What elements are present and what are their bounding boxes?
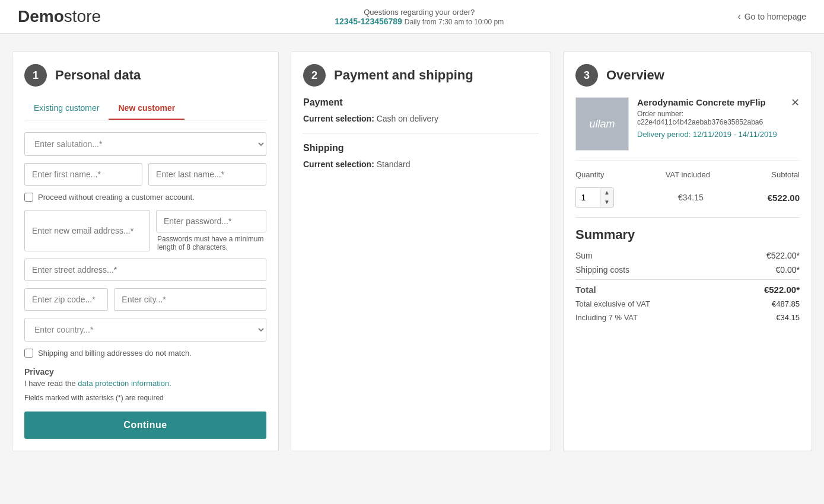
sum-value: €522.00* xyxy=(766,251,800,260)
overview-section: 3 Overview ullam Aerodynamic Concrete my… xyxy=(563,52,812,451)
summary-sum-line: Sum €522.00* xyxy=(575,251,800,260)
remove-product-button[interactable]: ✕ xyxy=(791,97,800,108)
personal-data-title: Personal data xyxy=(55,68,141,83)
order-number: Order number: c22e4d411c4b42aebab376e358… xyxy=(637,110,800,126)
personal-data-section: 1 Personal data Existing customer New cu… xyxy=(12,52,279,451)
no-account-checkbox[interactable] xyxy=(24,193,33,202)
payment-shipping-header: 2 Payment and shipping xyxy=(303,64,539,87)
no-account-row: Proceed without creating a customer acco… xyxy=(24,193,266,202)
email-input[interactable] xyxy=(24,210,150,251)
vat-amount: €34.15 xyxy=(678,193,704,202)
stepper-up-button[interactable]: ▲ xyxy=(600,188,613,197)
street-group xyxy=(24,259,266,281)
contact-phone[interactable]: 12345-123456789 xyxy=(335,17,402,26)
country-select[interactable]: Enter country...* xyxy=(24,318,266,342)
contact-label: Questions regarding your order? xyxy=(335,8,504,17)
payment-heading: Payment xyxy=(303,97,539,108)
salutation-group: Enter salutation...* xyxy=(24,132,266,156)
first-name-input[interactable] xyxy=(24,163,142,186)
privacy-section: Privacy I have read the data protection … xyxy=(24,367,266,388)
sum-label: Sum xyxy=(575,251,593,260)
country-group: Enter country...* xyxy=(24,318,266,342)
incl-vat-value: €34.15 xyxy=(776,313,800,322)
delivery-period: Delivery period: 12/11/2019 - 14/11/2019 xyxy=(637,130,800,139)
col-quantity-header: Quantity xyxy=(575,170,604,179)
name-row xyxy=(24,163,266,186)
shipping-value: Standard xyxy=(377,160,411,169)
contact-hours: Daily from 7:30 am to 10:00 pm xyxy=(405,18,504,26)
product-info: Aerodynamic Concrete myFlip Order number… xyxy=(637,97,800,151)
subtotal-value: €522.00 xyxy=(768,193,800,203)
go-home-link[interactable]: ‹ Go to homepage xyxy=(737,11,806,22)
personal-data-header: 1 Personal data xyxy=(24,64,266,87)
contact-info: Questions regarding your order? 12345-12… xyxy=(335,8,504,26)
zip-city-row xyxy=(24,288,266,311)
main-content: 1 Personal data Existing customer New cu… xyxy=(0,34,824,469)
col-vat-header: VAT included xyxy=(666,170,710,179)
payment-shipping-section: 2 Payment and shipping Payment Current s… xyxy=(291,52,551,451)
payment-shipping-title: Payment and shipping xyxy=(334,68,473,83)
tab-new-customer[interactable]: New customer xyxy=(109,97,184,120)
summary-incl-vat-line: Including 7 % VAT €34.15 xyxy=(575,313,800,322)
total-value: €522.00* xyxy=(764,285,800,295)
shipping-subsection: Shipping Current selection: Standard xyxy=(303,143,539,178)
continue-button[interactable]: Continue xyxy=(24,412,266,439)
step-1-circle: 1 xyxy=(24,64,47,87)
summary-section: Summary Sum €522.00* Shipping costs €0.0… xyxy=(575,227,800,322)
excl-vat-label: Total exclusive of VAT xyxy=(575,299,650,308)
no-account-label: Proceed without creating a customer acco… xyxy=(38,193,195,202)
stepper-buttons: ▲ ▼ xyxy=(600,188,613,207)
header-nav: ‹ Go to homepage xyxy=(737,11,806,22)
quantity-input[interactable] xyxy=(576,189,600,206)
shipping-current: Current selection: Standard xyxy=(303,160,539,169)
tab-existing-customer[interactable]: Existing customer xyxy=(24,97,109,120)
email-password-row: Passwords must have a minimum length of … xyxy=(24,210,266,251)
required-note: Fields marked with asterisks (*) are req… xyxy=(24,394,266,402)
payment-value: Cash on delivery xyxy=(377,114,438,123)
product-name: Aerodynamic Concrete myFlip xyxy=(637,97,800,107)
summary-excl-vat-line: Total exclusive of VAT €487.85 xyxy=(575,299,800,308)
logo-bold: Demo xyxy=(18,7,64,25)
billing-checkbox[interactable] xyxy=(24,349,33,358)
overview-title: Overview xyxy=(606,68,664,83)
site-logo: Demostore xyxy=(18,7,101,26)
summary-total-line: Total €522.00* xyxy=(575,279,800,295)
go-home-label: Go to homepage xyxy=(745,12,806,21)
summary-title: Summary xyxy=(575,227,800,243)
privacy-title: Privacy xyxy=(24,367,266,377)
shipping-heading: Shipping xyxy=(303,143,539,154)
quantity-stepper[interactable]: ▲ ▼ xyxy=(575,187,614,208)
overview-col-headers: Quantity VAT included Subtotal xyxy=(575,170,800,183)
password-input[interactable] xyxy=(156,210,266,232)
billing-label: Shipping and billing addresses do not ma… xyxy=(38,349,192,358)
password-hint: Passwords must have a minimum length of … xyxy=(156,235,266,251)
salutation-select[interactable]: Enter salutation...* xyxy=(24,132,266,156)
logo-light: store xyxy=(64,7,101,25)
last-name-input[interactable] xyxy=(148,163,266,186)
privacy-link[interactable]: data protection information. xyxy=(78,379,171,388)
city-input[interactable] xyxy=(114,288,266,311)
zip-input[interactable] xyxy=(24,288,108,311)
incl-vat-label: Including 7 % VAT xyxy=(575,313,638,322)
payment-subsection: Payment Current selection: Cash on deliv… xyxy=(303,97,539,133)
shipping-cost-value: €0.00* xyxy=(776,265,800,275)
step-3-circle: 3 xyxy=(575,64,598,87)
summary-shipping-line: Shipping costs €0.00* xyxy=(575,265,800,275)
product-row: ullam Aerodynamic Concrete myFlip Order … xyxy=(575,97,800,161)
shipping-cost-label: Shipping costs xyxy=(575,265,629,275)
step-2-circle: 2 xyxy=(303,64,326,87)
password-wrapper: Passwords must have a minimum length of … xyxy=(156,210,266,251)
product-image: ullam xyxy=(575,97,629,151)
customer-tabs: Existing customer New customer xyxy=(24,97,266,120)
street-input[interactable] xyxy=(24,259,266,281)
stepper-down-button[interactable]: ▼ xyxy=(600,197,613,207)
total-label: Total xyxy=(575,285,596,295)
site-header: Demostore Questions regarding your order… xyxy=(0,0,824,34)
excl-vat-value: €487.85 xyxy=(772,299,800,308)
price-row: ▲ ▼ €34.15 €522.00 xyxy=(575,187,800,218)
billing-row: Shipping and billing addresses do not ma… xyxy=(24,349,266,358)
payment-current: Current selection: Cash on delivery xyxy=(303,114,539,123)
col-subtotal-header: Subtotal xyxy=(771,170,800,179)
overview-header: 3 Overview xyxy=(575,64,800,87)
chevron-left-icon: ‹ xyxy=(737,11,740,22)
